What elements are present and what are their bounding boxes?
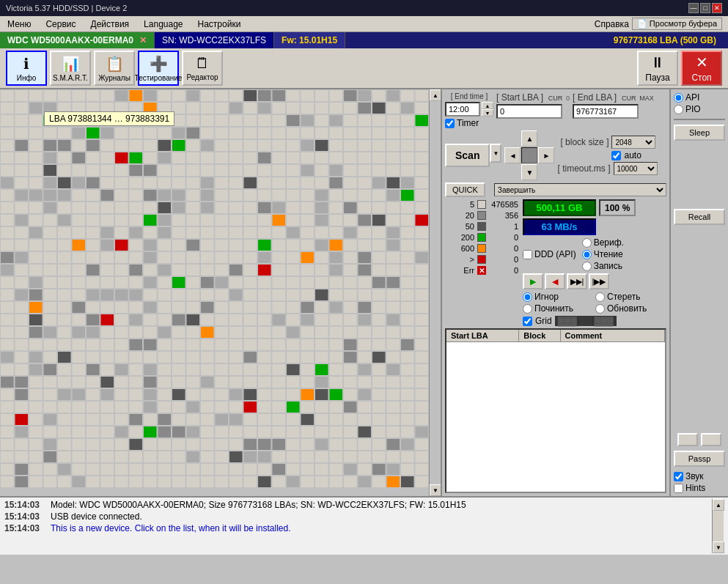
grid-label: Grid — [535, 316, 552, 326]
recall-button[interactable]: Recall — [674, 209, 725, 225]
grid-row: Grid ▓▓▓ ░░ ▓▓▓ — [523, 316, 666, 326]
timeout-row: [ timeout.ms ] 10000 5000 2000 — [557, 162, 657, 175]
ignore-radio[interactable] — [523, 292, 532, 302]
editor-icon: 🗒 — [195, 55, 210, 72]
drive-tab[interactable]: WDC WD5000AAKX-00ERMA0 ✕ — [0, 32, 155, 48]
menu-item-language[interactable]: Language — [136, 18, 190, 31]
col-start-lba: Start LBA — [446, 330, 519, 341]
sound-checkbox[interactable] — [674, 472, 683, 481]
pad-left[interactable]: ◄ — [504, 147, 521, 163]
menu-item-actions[interactable]: Действия — [84, 18, 137, 31]
update-radio-item[interactable]: Обновить — [595, 303, 666, 314]
journal-button[interactable]: 📋 Журналы — [94, 51, 135, 86]
pad-down[interactable]: ▼ — [521, 164, 537, 180]
finish-select[interactable]: Завершить — [494, 183, 666, 196]
pad-bottomright — [538, 164, 554, 180]
test-button[interactable]: ➕ Тестирование — [138, 51, 179, 86]
status-scrollbar[interactable]: ▲ ▼ — [712, 499, 724, 553]
buffer-view-button[interactable]: 📄 Просмотр буфера — [632, 18, 722, 30]
end-time-spinner: ▲ ▼ — [482, 102, 493, 117]
timeout-select[interactable]: 10000 5000 2000 — [614, 162, 658, 175]
grid-checkbox[interactable] — [523, 317, 532, 326]
status-scroll-down[interactable]: ▼ — [713, 542, 724, 553]
menu-item-menu[interactable]: Меню — [0, 18, 38, 31]
small-btn-1[interactable] — [677, 433, 698, 446]
api-radio[interactable] — [674, 93, 683, 103]
fix-radio-item[interactable]: Починить — [523, 303, 594, 314]
stat5-num: 5 — [445, 200, 474, 209]
lower-table: Start LBA Block Comment — [445, 328, 666, 493]
scan-dropdown[interactable]: ▼ — [490, 144, 501, 163]
step-forward-button[interactable]: ▶▶| — [567, 273, 587, 289]
end-lba-group: [ End LBA ] CUR MAX — [573, 92, 654, 119]
hints-checkbox[interactable] — [674, 484, 683, 493]
scan-area: LBA 973881344 … 973883391 ▲ ▼ — [0, 89, 442, 496]
status-time-1: 15:14:03 — [4, 511, 45, 522]
passp-button[interactable]: Passp — [674, 451, 725, 467]
end-lba-input[interactable] — [573, 104, 639, 119]
help-menu[interactable]: Справка — [595, 19, 629, 29]
api-radio-item[interactable]: API — [674, 92, 725, 103]
status-link-2[interactable]: This is a new device. Click on the list,… — [51, 523, 290, 533]
erase-radio-item[interactable]: Стереть — [595, 292, 666, 302]
pad-right[interactable]: ► — [538, 147, 554, 163]
end-time-up[interactable]: ▲ — [482, 102, 493, 109]
verify-radio[interactable] — [582, 238, 592, 248]
smart-button[interactable]: 📊 S.M.A.R.T. — [50, 51, 91, 86]
pio-label: PIO — [685, 104, 701, 114]
step-end-button[interactable]: |▶▶ — [589, 273, 609, 289]
drive-tab-close[interactable]: ✕ — [139, 35, 147, 45]
timer-row: Timer — [445, 118, 493, 128]
api-label: API — [685, 92, 699, 103]
block-size-select[interactable]: 2048 512 4096 — [611, 136, 655, 149]
pad-up[interactable]: ▲ — [521, 130, 537, 147]
rewind-button[interactable]: ◀ — [545, 273, 565, 289]
write-radio[interactable] — [582, 262, 592, 271]
erase-radio[interactable] — [595, 292, 605, 302]
menubar: Меню Сервис Действия Language Настройки … — [0, 16, 728, 32]
scan-scrollbar[interactable]: ▲ ▼ — [429, 89, 441, 496]
verify-radio-item[interactable]: Вериф. — [582, 237, 624, 248]
minimize-button[interactable]: — — [688, 3, 699, 13]
col-comment: Comment — [561, 330, 666, 341]
stat600-count: 0 — [489, 244, 518, 253]
timer-checkbox[interactable] — [445, 119, 455, 128]
hints-item[interactable]: Hints — [674, 483, 725, 493]
auto-checkbox[interactable] — [611, 151, 621, 160]
scroll-up-button[interactable]: ▲ — [430, 89, 441, 101]
scan-button[interactable]: Scan — [445, 144, 490, 167]
stat-5: 5 476585 — [445, 200, 518, 209]
start-lba-input[interactable] — [496, 104, 562, 119]
pio-radio[interactable] — [674, 105, 683, 114]
pause-button[interactable]: ⏸ Пауза — [637, 51, 678, 86]
window-controls[interactable]: — □ ✕ — [688, 3, 722, 13]
scroll-down-button[interactable]: ▼ — [430, 484, 441, 496]
sound-item[interactable]: Звук — [674, 471, 725, 481]
write-radio-item[interactable]: Запись — [582, 261, 624, 271]
update-radio[interactable] — [595, 304, 605, 314]
end-time-down[interactable]: ▼ — [482, 109, 493, 117]
play-button[interactable]: ▶ — [523, 273, 543, 289]
sleep-button[interactable]: Sleep — [674, 125, 725, 141]
status-scroll-up[interactable]: ▲ — [713, 499, 724, 511]
test-label: Тестирование — [135, 74, 183, 82]
read-radio[interactable] — [582, 250, 592, 259]
fix-radio[interactable] — [523, 304, 532, 314]
menu-item-service[interactable]: Сервис — [38, 18, 83, 31]
end-time-input[interactable] — [445, 102, 480, 117]
maximize-button[interactable]: □ — [700, 3, 710, 13]
status-msg-1: USB device connected. — [51, 511, 142, 522]
right-panel: [ End time ] ▲ ▼ Timer [ Start LBA ] — [442, 89, 669, 496]
ddd-api-checkbox[interactable] — [523, 250, 532, 259]
editor-button[interactable]: 🗒 Редактор — [182, 51, 223, 86]
menu-item-settings[interactable]: Настройки — [191, 18, 249, 31]
pio-radio-item[interactable]: PIO — [674, 104, 725, 114]
stop-button[interactable]: ✕ Стоп — [681, 51, 722, 86]
read-radio-item[interactable]: Чтение — [582, 249, 624, 259]
stat-gt: > 0 — [445, 255, 518, 264]
close-button[interactable]: ✕ — [712, 3, 722, 13]
ignore-radio-item[interactable]: Игнор — [523, 292, 594, 302]
info-button[interactable]: ℹ Инфо — [6, 51, 47, 86]
quick-button[interactable]: QUICK — [445, 182, 485, 197]
small-btn-2[interactable] — [701, 433, 721, 446]
